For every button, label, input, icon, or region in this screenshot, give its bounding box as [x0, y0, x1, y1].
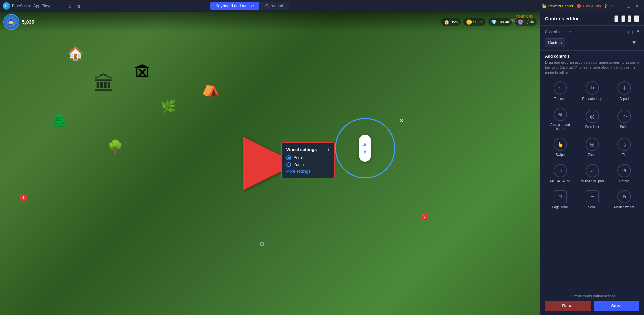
scroll-label: Scroll: [294, 155, 304, 160]
control-swipe[interactable]: 👆 Swipe: [545, 135, 576, 160]
close-button[interactable]: ✕: [633, 3, 641, 9]
crystals-icon: 🔮: [517, 19, 523, 25]
resource-gems: 💎 100.4K: [488, 18, 512, 26]
add-controls-title: Add controls: [545, 54, 639, 59]
scroll-down-arrow: ▼: [362, 149, 368, 155]
swipe-label: Swipe: [556, 153, 565, 157]
panel-bottom: Current configuration actions Reset Save: [540, 290, 644, 315]
scroll-option[interactable]: Scroll: [286, 155, 329, 160]
game-area[interactable]: 🧙 5,035 🏠 0/25 🪙 96.3K 💎 100.4K 🔮 1,100 …: [0, 12, 540, 315]
back-button[interactable]: ←: [57, 3, 65, 9]
window-controls: ─ □ ✕: [616, 3, 641, 9]
minimize-button[interactable]: ─: [616, 3, 624, 9]
control-script[interactable]: </> Script: [609, 105, 639, 134]
scroll-widget: ▲ ▼: [359, 135, 371, 162]
zoom-icon: ⊞: [586, 138, 599, 151]
tab-gamepad[interactable]: Gamepad: [260, 2, 289, 10]
rotate-icon: ↺: [617, 164, 631, 177]
right-actions: 👑 Reward Center 🔴 Play & Win ? ≡ ─ □ ✕: [542, 3, 641, 9]
control-free-look[interactable]: ◎ Free look: [577, 105, 607, 134]
add-controls-description: Drag and drop an action on your game scr…: [545, 60, 639, 75]
popup-title: Wheel settings: [286, 147, 317, 152]
controls-grid: ○ Tap spot ↻ Repeated tap ✛ D-pad ⊕ Aim,…: [545, 79, 639, 212]
game-hud: 🧙 5,035 🏠 0/25 🪙 96.3K 💎 100.4K 🔮 1,100: [0, 12, 540, 32]
scroll-wheel-indicator: ▲ ▼: [335, 118, 395, 178]
free-look-label: Free look: [585, 125, 599, 129]
scroll-radio[interactable]: [286, 155, 291, 160]
menu-button[interactable]: ≡: [610, 3, 613, 9]
scheme-upload-button[interactable]: ↑: [627, 29, 630, 34]
popup-header: Wheel settings ℹ: [286, 147, 329, 152]
add-controls-section: Add controls Drag and drop an action on …: [540, 51, 644, 215]
scroll-up-arrow: ▲: [362, 141, 368, 147]
dpad-icon: ✛: [617, 81, 631, 95]
resource-crystals: 🔮 1,100: [515, 18, 537, 26]
moba-dpad-icon: ⊕: [554, 164, 567, 177]
panel-import-button[interactable]: ↓: [628, 15, 631, 22]
player-avatar: 🧙: [3, 14, 19, 30]
tilt-icon: ◇: [617, 138, 631, 151]
panel-title: Controls editor: [545, 16, 579, 21]
tab-group: Keyboard and mouse Gamepad: [210, 2, 289, 10]
scheme-download-button[interactable]: ↓: [632, 29, 634, 34]
help-button[interactable]: ?: [604, 3, 607, 9]
control-repeated-tap[interactable]: ↻ Repeated tap: [577, 79, 607, 104]
panel-help-button[interactable]: ?: [614, 15, 618, 22]
control-scroll[interactable]: ▭ Scroll: [577, 187, 607, 212]
control-aim-pan-shoot[interactable]: ⊕ Aim, pan and shoot: [545, 105, 576, 134]
control-mouse-wheel[interactable]: 🖱 Mouse wheel: [609, 187, 639, 212]
repeated-tap-label: Repeated tap: [582, 97, 602, 101]
more-settings-link[interactable]: More settings: [286, 169, 329, 174]
tree-2: 🌳: [107, 139, 123, 154]
control-zoom[interactable]: ⊞ Zoom: [577, 135, 607, 160]
bluestacks-icon: B: [3, 2, 10, 10]
home-button[interactable]: ⌂: [67, 3, 73, 9]
moba-dpad-label: MOBA D-Pad: [550, 179, 570, 183]
restore-button[interactable]: □: [625, 3, 632, 9]
panel-share-button[interactable]: ↗: [634, 15, 639, 22]
dpad-label: D-pad: [620, 97, 629, 101]
gold-icon: 🪙: [466, 19, 472, 25]
zoom-label: Zoom: [588, 153, 597, 157]
zoom-radio[interactable]: [286, 162, 291, 167]
controls-panel: Controls editor ? ↑ ↓ ↗ Control scheme ↑…: [540, 12, 644, 315]
tap-spot-icon: ○: [554, 81, 567, 95]
scheme-dropdown[interactable]: Custom: [545, 38, 565, 47]
mouse-wheel-label: Mouse wheel: [614, 205, 634, 209]
bottom-buttons: Reset Save: [545, 301, 639, 311]
save-button[interactable]: Save: [594, 301, 640, 311]
close-circle-button[interactable]: ✕: [400, 118, 404, 123]
panel-upload-button[interactable]: ↑: [621, 15, 625, 22]
control-rotate[interactable]: ↺ Rotate: [609, 161, 639, 186]
scroll-icon: ▭: [586, 190, 599, 203]
zoom-option[interactable]: Zoom: [286, 162, 329, 167]
mouse-wheel-icon: 🖱: [617, 190, 631, 203]
control-tap-spot[interactable]: ○ Tap spot: [545, 79, 576, 104]
control-dpad[interactable]: ✛ D-pad: [609, 79, 639, 104]
control-moba-dpad[interactable]: ⊕ MOBA D-Pad: [545, 161, 576, 186]
control-edge-scroll[interactable]: □ Edge scroll: [545, 187, 576, 212]
control-tilt[interactable]: ◇ Tilt: [609, 135, 639, 160]
reset-button[interactable]: Reset: [545, 301, 591, 311]
scheme-share-button[interactable]: ↗: [636, 29, 639, 34]
resource-gold: 🪙 96.3K: [463, 18, 486, 26]
crystals-value: 1,100: [525, 20, 534, 24]
notification-badge-2: 3: [421, 213, 428, 220]
config-actions-label: Current configuration actions: [545, 294, 639, 298]
tab-keyboard-mouse[interactable]: Keyboard and mouse: [210, 2, 259, 10]
panel-header: Controls editor ? ↑ ↓ ↗: [540, 12, 644, 26]
notification-badge-1: 1: [20, 194, 27, 201]
zoom-label: Zoom: [294, 162, 304, 167]
popup-info-icon[interactable]: ℹ: [328, 147, 329, 152]
housing-icon: 🏠: [444, 19, 449, 25]
tap-spot-label: Tap spot: [554, 97, 567, 101]
multi-window-button[interactable]: ⧉: [75, 3, 82, 10]
script-icon: </>: [617, 110, 631, 123]
control-moba-skill[interactable]: ○ MOBA Skill pad: [577, 161, 607, 186]
script-label: Script: [620, 125, 629, 129]
gear-icon: ⚙: [259, 240, 265, 248]
play-win-button[interactable]: 🔴 Play & Win: [577, 4, 601, 8]
building-2: 🏚: [134, 62, 151, 82]
scroll-label: Scroll: [588, 205, 596, 209]
reward-center-button[interactable]: 👑 Reward Center: [542, 4, 573, 8]
